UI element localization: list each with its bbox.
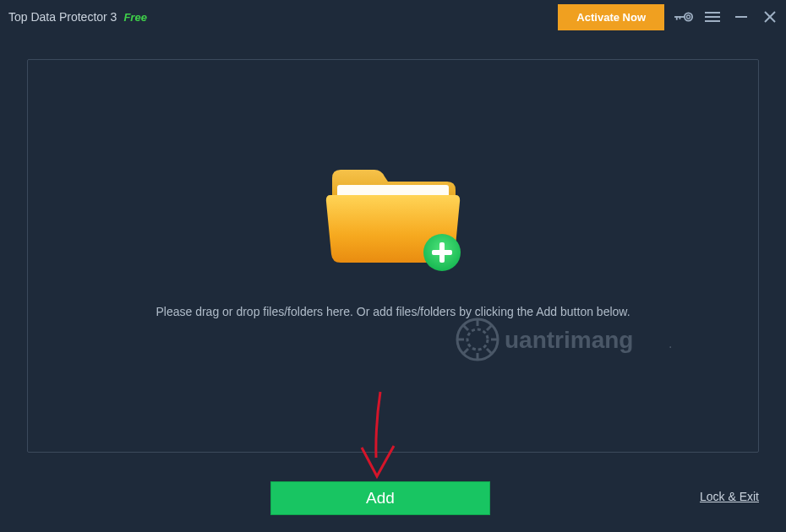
close-icon[interactable]: [761, 8, 779, 26]
add-button[interactable]: Add: [270, 481, 490, 515]
svg-rect-6: [705, 16, 720, 18]
svg-rect-3: [676, 16, 678, 20]
svg-rect-4: [680, 16, 681, 19]
app-badge: Free: [123, 11, 146, 24]
svg-rect-5: [705, 12, 720, 14]
svg-rect-7: [705, 20, 720, 22]
key-icon[interactable]: [674, 8, 693, 26]
drop-instruction: Please drag or drop files/folders here. …: [156, 305, 630, 318]
drop-panel[interactable]: Please drag or drop files/folders here. …: [27, 59, 759, 453]
minimize-icon[interactable]: [732, 8, 751, 26]
app-title: Top Data Protector 3: [8, 10, 117, 24]
titlebar: Top Data Protector 3 Free Activate Now: [0, 0, 786, 34]
svg-rect-14: [432, 250, 452, 255]
activate-button[interactable]: Activate Now: [558, 4, 664, 30]
footer: Add Lock & Exit: [0, 481, 786, 515]
folder-add-icon: [325, 160, 461, 269]
titlebar-right: Activate Now: [558, 0, 779, 34]
svg-rect-8: [735, 16, 747, 18]
svg-point-1: [686, 15, 690, 19]
menu-icon[interactable]: [703, 8, 722, 26]
lock-exit-link[interactable]: Lock & Exit: [700, 490, 759, 503]
